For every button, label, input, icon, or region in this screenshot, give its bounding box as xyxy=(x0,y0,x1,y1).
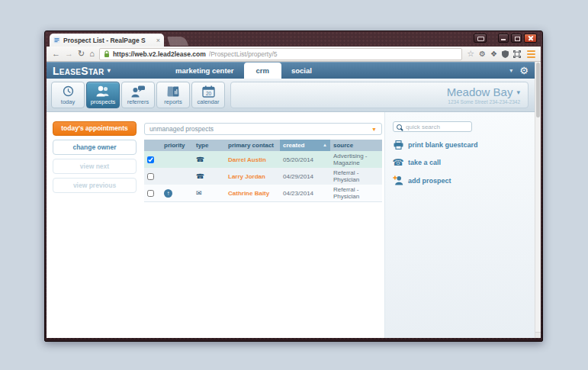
calendar-day-label: 20 xyxy=(205,90,211,95)
col-priority[interactable]: priority xyxy=(161,140,193,151)
created-cell: 04/23/2014 xyxy=(280,185,330,202)
action-label: add prospect xyxy=(408,177,451,185)
col-type[interactable]: type xyxy=(193,140,225,151)
clock-icon xyxy=(62,85,75,98)
table-row[interactable]: ☎ Darrel Austin 05/20/2014 Advertising -… xyxy=(144,151,382,168)
extension-icon[interactable]: ❖ xyxy=(490,50,497,58)
nav-marketing-center[interactable]: marketing center xyxy=(165,63,244,79)
property-selector[interactable]: Meadow Bay ▾ 1234 Some Street 234-234-23… xyxy=(230,82,529,108)
new-tab-button[interactable] xyxy=(167,37,188,46)
home-icon[interactable]: ⌂ xyxy=(89,50,95,58)
tab-label: prospects xyxy=(91,98,116,105)
contact-link[interactable]: Larry Jordan xyxy=(228,173,265,180)
calendar-icon: 20 xyxy=(202,85,215,98)
browser-toolbar: ← → ↻ ⌂ https://web.v2.lead2lease.com /P… xyxy=(47,47,541,62)
source-cell: Advertising - Magazine xyxy=(330,151,382,168)
view-previous-button[interactable]: view previous xyxy=(53,178,137,193)
tab-reports[interactable]: reports xyxy=(156,82,190,108)
table-row[interactable]: ☎ Larry Jordan 04/29/2014 Referral - Phy… xyxy=(144,168,382,185)
leasestar-logo[interactable]: LeaseStar ▾ xyxy=(53,63,111,79)
action-label: print blank guestcard xyxy=(408,141,478,149)
prospect-filter-dropdown[interactable]: unmanaged prospects ▼ xyxy=(144,123,382,135)
people-icon xyxy=(95,85,111,98)
select-all-column xyxy=(144,140,161,151)
col-primary-contact[interactable]: primary contact xyxy=(225,140,280,151)
back-icon[interactable]: ← xyxy=(52,50,60,58)
col-created-label: created xyxy=(283,142,304,149)
table-header-row: priority type primary contact created ▲ … xyxy=(144,140,382,151)
sort-asc-icon: ▲ xyxy=(323,142,327,147)
contact-link[interactable]: Cathrine Baity xyxy=(228,190,269,197)
printer-icon xyxy=(393,140,403,150)
tab-favicon xyxy=(53,37,60,43)
property-address: 1234 Some Street 234-234-2342 xyxy=(448,99,520,105)
source-cell: Referral - Physician xyxy=(330,168,382,185)
email-icon: ✉ xyxy=(196,189,202,197)
url-path: /ProspectList/property/5 xyxy=(209,50,278,58)
tab-prospects[interactable]: prospects xyxy=(86,82,120,108)
frame-extension-icon[interactable] xyxy=(513,50,521,58)
change-owner-button[interactable]: change owner xyxy=(53,140,137,155)
row-checkbox[interactable] xyxy=(147,190,154,197)
prospects-table: priority type primary contact created ▲ … xyxy=(144,140,382,202)
tab-label: calendar xyxy=(198,98,220,105)
referrer-icon xyxy=(130,85,146,98)
reload-icon[interactable]: ↻ xyxy=(78,50,85,58)
created-cell: 04/29/2014 xyxy=(280,168,330,185)
browser-window: Prospect List - RealPage S × ← → ↻ ⌂ htt… xyxy=(44,31,543,342)
phone-icon: ☎ xyxy=(196,156,204,163)
theme-window-icon[interactable] xyxy=(474,34,487,43)
url-host: https://web.v2.lead2lease.com xyxy=(113,50,206,58)
tab-today[interactable]: today xyxy=(51,82,85,108)
add-person-icon xyxy=(393,175,403,185)
shield-extension-icon[interactable] xyxy=(502,50,509,58)
action-label: take a call xyxy=(408,159,441,166)
tab-label: referrers xyxy=(127,98,149,105)
nav-crm[interactable]: crm xyxy=(244,63,281,79)
phone-icon: ☎ xyxy=(196,172,204,180)
source-cell: Referral - Physician xyxy=(330,185,382,202)
quick-search-box[interactable] xyxy=(393,121,472,132)
logo-text: LeaseStar xyxy=(53,65,104,77)
table-row[interactable]: ↑ ✉ Cathrine Baity 04/23/2014 Referral -… xyxy=(144,185,382,202)
nav-social[interactable]: social xyxy=(281,63,322,79)
address-bar[interactable]: https://web.v2.lead2lease.com /ProspectL… xyxy=(99,48,462,60)
col-source[interactable]: source xyxy=(330,140,382,151)
quick-search-input[interactable] xyxy=(404,123,468,131)
todays-appointments-button[interactable]: today's appointments xyxy=(53,121,137,136)
tab-title: Prospect List - RealPage S xyxy=(63,37,153,44)
forward-icon[interactable]: → xyxy=(65,50,73,58)
view-next-button[interactable]: view next xyxy=(53,159,137,174)
left-action-panel: today's appointments change owner view n… xyxy=(53,121,137,193)
prospect-list-main: today's appointments change owner view n… xyxy=(47,112,535,338)
bookmark-star-icon[interactable]: ☆ xyxy=(467,49,474,59)
maximize-button[interactable] xyxy=(511,34,522,43)
contact-link[interactable]: Darrel Austin xyxy=(228,156,266,163)
close-button[interactable] xyxy=(524,34,537,43)
add-prospect-link[interactable]: add prospect xyxy=(393,175,535,185)
header-caret-icon[interactable]: ▾ xyxy=(509,67,512,74)
menu-icon[interactable] xyxy=(527,50,535,58)
row-checkbox[interactable] xyxy=(147,173,154,180)
scrollbar-thumb[interactable] xyxy=(536,63,540,117)
settings-gear-icon[interactable]: ⚙ xyxy=(519,66,529,76)
tab-referrers[interactable]: referrers xyxy=(121,82,155,108)
filter-value: unmanaged prospects xyxy=(149,125,214,133)
take-a-call-link[interactable]: ☎ take a call xyxy=(393,158,535,167)
page-scrollbar[interactable] xyxy=(535,62,541,338)
tab-close-icon[interactable]: × xyxy=(156,37,160,44)
created-cell: 05/20/2014 xyxy=(280,151,330,168)
page-viewport: LeaseStar ▾ marketing center crm social … xyxy=(47,62,541,338)
col-created[interactable]: created ▲ xyxy=(280,140,330,151)
row-checkbox[interactable] xyxy=(147,156,154,163)
browser-tab[interactable]: Prospect List - RealPage S × xyxy=(50,34,164,47)
minimize-button[interactable] xyxy=(498,34,509,43)
print-blank-guestcard-link[interactable]: print blank guestcard xyxy=(393,140,535,150)
property-name: Meadow Bay xyxy=(447,85,513,98)
primary-nav: marketing center crm social xyxy=(165,63,322,79)
tab-calendar[interactable]: 20 calendar xyxy=(191,82,225,108)
right-action-panel: print blank guestcard ☎ take a call xyxy=(384,112,535,338)
property-caret-icon: ▾ xyxy=(516,88,520,96)
crm-subnav: today prospects xyxy=(47,79,535,112)
gear-extension-icon[interactable]: ⚙ xyxy=(479,50,486,58)
